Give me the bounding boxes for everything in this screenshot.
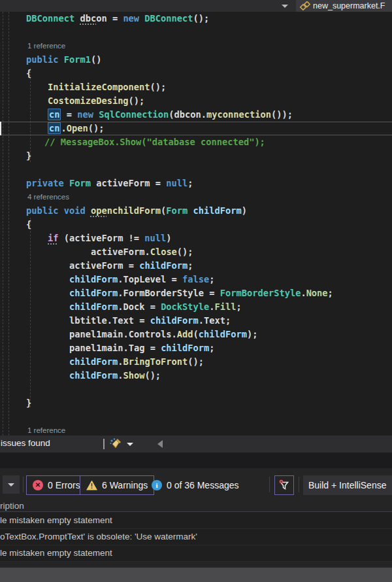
code-line[interactable]: panel1main.Tag = childForm; xyxy=(0,341,392,355)
code-token: ( xyxy=(193,329,199,339)
horizontal-scrollbar-thumb[interactable] xyxy=(0,568,392,582)
code-token: (); xyxy=(193,13,210,24)
code-token: ; xyxy=(188,260,193,271)
code-token: childForm xyxy=(69,274,118,284)
code-token: FormBorderStyle xyxy=(220,288,301,298)
code-line[interactable]: cn = new SqlConnection(dbcon.myconnectio… xyxy=(0,108,392,122)
code-token: activeForm xyxy=(69,233,123,243)
error-icon: ✕ xyxy=(33,480,43,490)
code-token: childForm xyxy=(69,301,118,312)
messages-toggle-button[interactable]: i 0 of 36 Messages xyxy=(152,475,239,495)
code-token: ; xyxy=(209,343,214,353)
errors-toggle-button[interactable]: ✕ 0 Errors xyxy=(26,475,87,495)
info-icon: i xyxy=(152,480,162,490)
code-line[interactable]: CostomizeDesing(); xyxy=(0,94,392,108)
code-token: DockStyle xyxy=(161,301,209,312)
filter-button[interactable] xyxy=(274,475,294,495)
code-token: childForm xyxy=(139,260,188,271)
code-token: activeForm xyxy=(91,247,144,257)
code-line[interactable]: private Form activeForm = null; xyxy=(0,177,392,190)
code-line[interactable]: childForm.TopLevel = false; xyxy=(0,273,392,286)
code-line[interactable]: panel1main.Controls.Add(childForm); xyxy=(0,328,392,341)
code-token: (); xyxy=(88,123,105,133)
messages-count-label: 0 of 36 Messages xyxy=(167,480,239,490)
code-line[interactable] xyxy=(0,410,392,424)
code-line[interactable] xyxy=(0,26,392,39)
code-cleanup-broom-icon[interactable] xyxy=(109,437,122,453)
codelens-reference-link[interactable]: 1 reference xyxy=(0,39,392,53)
code-token: . xyxy=(172,329,177,339)
code-token xyxy=(188,205,193,216)
code-token: . xyxy=(301,288,306,298)
code-token: . xyxy=(123,329,128,339)
code-line[interactable]: // MessageBox.Show("database connected")… xyxy=(0,135,392,149)
error-list-rows: le mistaken empty statementoTextBox.Prom… xyxy=(0,513,392,562)
code-token: Close xyxy=(150,247,177,257)
code-token xyxy=(58,54,63,65)
code-token: ; xyxy=(237,301,242,312)
codelens-reference-link[interactable]: 1 reference xyxy=(0,424,392,436)
code-token: dbcon xyxy=(174,109,201,120)
scrollbar-left-arrow-icon[interactable] xyxy=(157,440,163,448)
code-token: childForm xyxy=(161,343,209,353)
code-editor[interactable]: DBConnect dbcon = new DBConnect();1 refe… xyxy=(0,12,392,436)
code-token: . xyxy=(144,247,150,257)
error-list-dropdown-button[interactable] xyxy=(3,475,20,494)
code-token: lbtitle xyxy=(69,315,107,326)
code-token: ( xyxy=(58,233,69,243)
code-token: Open xyxy=(67,123,88,133)
code-line[interactable]: activeForm = childForm; xyxy=(0,259,392,273)
code-token: ( xyxy=(169,109,174,120)
code-token: childForm xyxy=(150,315,199,326)
code-line[interactable]: } xyxy=(0,396,392,410)
code-line[interactable]: if (activeForm != null) xyxy=(0,231,392,245)
member-dropdown[interactable]: new_supermarket.F xyxy=(296,0,392,12)
class-icon xyxy=(299,1,310,11)
code-line[interactable]: { xyxy=(0,67,392,80)
code-line[interactable]: childForm.FormBorderStyle = FormBorderSt… xyxy=(0,286,392,300)
codelens-reference-link[interactable]: 4 references xyxy=(0,190,392,204)
code-token: on xyxy=(96,13,106,24)
code-token: activeForm xyxy=(96,178,150,188)
code-line[interactable] xyxy=(0,163,392,177)
code-token: None xyxy=(306,288,328,298)
code-line[interactable]: DBConnect dbcon = new DBConnect(); xyxy=(0,12,392,26)
code-token: Dock xyxy=(123,301,144,312)
code-token: InitializeComponent xyxy=(48,82,150,92)
code-line[interactable]: public Form1() xyxy=(0,53,392,67)
code-line[interactable]: cn.Open(); xyxy=(0,122,392,135)
code-line[interactable]: InitializeComponent(); xyxy=(0,80,392,94)
code-line[interactable]: activeForm.Close(); xyxy=(0,245,392,259)
filter-icon xyxy=(278,479,290,491)
code-line[interactable]: childForm.Dock = DockStyle.Fill; xyxy=(0,300,392,314)
code-token: != xyxy=(123,233,144,243)
error-list-row[interactable]: le mistaken empty statement xyxy=(0,545,392,562)
code-token: myconnection xyxy=(206,109,271,120)
code-line[interactable]: childForm.BringToFront(); xyxy=(0,355,392,369)
code-line[interactable] xyxy=(0,383,392,396)
code-token: . xyxy=(61,123,66,133)
code-token: . xyxy=(123,343,128,353)
code-token: new xyxy=(123,13,139,24)
separator xyxy=(299,477,299,492)
description-column-header[interactable]: ription xyxy=(0,500,392,512)
code-token: = xyxy=(134,315,150,326)
code-token: childForm xyxy=(69,288,118,298)
code-line[interactable]: } xyxy=(0,149,392,163)
code-line[interactable]: { xyxy=(0,218,392,231)
code-token: panel1main xyxy=(69,329,123,339)
error-list-row[interactable]: oTextBox.PromptText' is obsolete: 'Use w… xyxy=(0,529,392,545)
code-cleanup-dropdown-icon[interactable] xyxy=(127,443,133,446)
code-token: Form xyxy=(166,205,188,216)
code-token: = xyxy=(150,178,167,188)
warnings-toggle-button[interactable]: ! 6 Warnings xyxy=(80,475,154,495)
code-token: cn xyxy=(48,122,61,134)
code-line[interactable]: childForm.Show(); xyxy=(0,369,392,383)
code-line[interactable]: lbtitle.Text = childForm.Text; xyxy=(0,314,392,328)
code-line[interactable]: public void openchildForm(Form childForm… xyxy=(0,204,392,218)
code-token xyxy=(86,205,91,216)
chevron-down-icon[interactable] xyxy=(282,5,288,8)
error-list-row[interactable]: le mistaken empty statement xyxy=(0,513,392,529)
code-token: SqlConnection xyxy=(99,109,169,120)
filter-mode-dropdown[interactable]: Build + IntelliSense xyxy=(303,475,392,495)
